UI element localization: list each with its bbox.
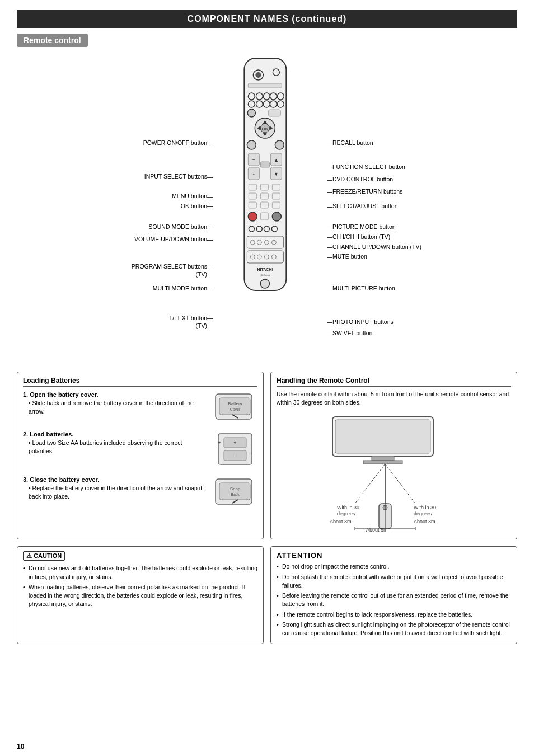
caution-bullet-1: Do not use new and old batteries togethe… xyxy=(23,564,257,581)
svg-rect-45 xyxy=(260,213,268,220)
svg-point-55 xyxy=(271,240,276,245)
svg-rect-16 xyxy=(268,110,280,116)
handling-diagram-svg: With in 30 degrees With in 30 degrees Ab… xyxy=(299,411,489,534)
handling-description: Use the remote control within about 5 m … xyxy=(277,390,511,407)
label-program-select: PROGRAM SELECT buttons xyxy=(132,263,207,270)
svg-text:-: - xyxy=(253,171,255,177)
svg-rect-65 xyxy=(219,398,250,415)
label-dvd-ctrl: DVD CONTROL button xyxy=(332,176,393,182)
svg-rect-36 xyxy=(260,184,268,190)
svg-point-54 xyxy=(264,240,269,245)
attention-bullet-3: Before leaving the remote control out of… xyxy=(277,591,511,608)
page-number: 10 xyxy=(17,743,24,750)
label-ch-i-ii: CH I/CH II button (TV) xyxy=(332,233,390,240)
svg-text:Back: Back xyxy=(231,492,240,496)
svg-rect-39 xyxy=(260,193,268,199)
svg-point-44 xyxy=(248,212,257,221)
svg-text:Snap: Snap xyxy=(230,486,241,491)
step-3-image: Snap Back xyxy=(213,476,257,510)
svg-text:-: - xyxy=(250,453,252,458)
attention-title: ATTENTION xyxy=(277,551,511,560)
svg-text:Battery: Battery xyxy=(228,401,242,406)
label-ok: OK button xyxy=(181,203,207,209)
svg-point-60 xyxy=(271,255,276,259)
label-swivel: SWIVEL button xyxy=(332,330,372,336)
svg-point-2 xyxy=(255,72,261,78)
label-multi-mode: MULTI MODE button xyxy=(153,285,207,292)
remote-svg: OK + - ▲ ▼ xyxy=(236,55,294,296)
svg-text:About 3m: About 3m xyxy=(414,519,435,524)
svg-text:+: + xyxy=(218,440,221,445)
attention-bullet-5: Strong light such as direct sunlight imp… xyxy=(277,621,511,637)
caution-icon: ⚠ CAUTION xyxy=(23,551,65,561)
handling-box: Handling the Remote Control Use the remo… xyxy=(270,372,517,539)
svg-point-25 xyxy=(275,140,284,149)
svg-rect-35 xyxy=(249,184,256,190)
svg-point-57 xyxy=(250,255,255,259)
svg-text:About 3m: About 3m xyxy=(330,519,352,524)
svg-text:Hi-Smar: Hi-Smar xyxy=(260,274,270,277)
label-mute: MUTE button xyxy=(332,253,367,260)
loading-batteries-box: Loading Batteries Battery Cover 1. Open … xyxy=(17,372,264,539)
svg-text:-: - xyxy=(235,453,236,458)
step-1: Battery Cover 1. Open the battery cover.… xyxy=(23,391,257,426)
caution-title-row: ⚠ CAUTION xyxy=(23,551,257,561)
loading-batteries-title: Loading Batteries xyxy=(23,377,257,387)
step-1-image: Battery Cover xyxy=(213,391,257,422)
svg-rect-80 xyxy=(335,420,430,453)
svg-rect-82 xyxy=(363,461,402,464)
svg-rect-4 xyxy=(248,83,282,88)
svg-text:HITACHI: HITACHI xyxy=(257,267,273,271)
remote-image: OK + - ▲ ▼ xyxy=(236,55,294,296)
attention-bullet-2: Do not splash the remote control with wa… xyxy=(277,573,511,590)
label-recall: RECALL button xyxy=(332,139,373,146)
svg-rect-43 xyxy=(272,202,280,208)
label-picture-mode: PICTURE MODE button xyxy=(332,223,396,230)
svg-text:With in 30: With in 30 xyxy=(414,505,436,510)
section-title: Remote control xyxy=(17,34,88,47)
svg-point-24 xyxy=(247,140,256,149)
attention-bullet-1: Do not drop or impact the remote control… xyxy=(277,562,511,571)
svg-point-59 xyxy=(264,255,269,259)
svg-point-15 xyxy=(247,109,255,117)
label-select-adj: SELECT/ADJUST button xyxy=(332,203,398,209)
handling-title: Handling the Remote Control xyxy=(277,377,511,387)
svg-rect-41 xyxy=(249,202,256,208)
page: COMPONENT NAMES (continued) Remote contr… xyxy=(0,0,534,756)
remote-diagram: OK + - ▲ ▼ xyxy=(17,53,517,372)
step-2-image: + + - - xyxy=(213,431,257,467)
svg-point-63 xyxy=(260,279,269,288)
svg-text:degrees: degrees xyxy=(337,511,355,516)
attention-bullet-4: If the remote control begins to lack res… xyxy=(277,611,511,619)
svg-text:▲: ▲ xyxy=(274,157,279,163)
label-sound-mode: SOUND MODE button xyxy=(149,223,207,230)
caution-box: ⚠ CAUTION Do not use new and old batteri… xyxy=(17,546,264,644)
svg-rect-38 xyxy=(249,193,256,199)
step-3: Snap Back 3. Close the battery cover. • … xyxy=(23,476,257,514)
svg-rect-34 xyxy=(260,162,269,167)
main-title: COMPONENT NAMES (continued) xyxy=(17,10,517,28)
svg-point-58 xyxy=(257,255,261,259)
svg-text:+: + xyxy=(233,440,236,445)
svg-point-46 xyxy=(272,212,281,221)
svg-text:With in 30: With in 30 xyxy=(337,505,359,510)
svg-text:About 5m: About 5m xyxy=(366,527,388,533)
svg-text:OK: OK xyxy=(262,126,269,132)
label-ttext: T/TEXT button xyxy=(169,314,207,321)
label-freeze: FREEZE/RETURN buttons xyxy=(332,188,402,195)
step-2: + + - - 2. Load batteries. • Load two Si… xyxy=(23,431,257,472)
label-program-tv: (TV) xyxy=(196,271,207,278)
bottom-info-row: ⚠ CAUTION Do not use new and old batteri… xyxy=(17,546,517,644)
label-channel-updown: CHANNEL UP/DOWN button (TV) xyxy=(332,243,421,250)
caution-bullet-2: When loading batteries, observe their co… xyxy=(23,583,257,609)
svg-rect-37 xyxy=(272,184,280,190)
handling-diagram-container: With in 30 degrees With in 30 degrees Ab… xyxy=(277,411,511,534)
label-power: POWER ON/OFF button xyxy=(143,139,207,146)
svg-rect-40 xyxy=(272,193,280,199)
svg-rect-81 xyxy=(372,456,394,461)
svg-rect-76 xyxy=(219,483,250,500)
svg-line-86 xyxy=(385,464,415,504)
label-ttext-tv: (TV) xyxy=(196,322,207,329)
svg-text:degrees: degrees xyxy=(414,511,432,516)
label-input-select: INPUT SELECT buttons xyxy=(144,173,207,180)
